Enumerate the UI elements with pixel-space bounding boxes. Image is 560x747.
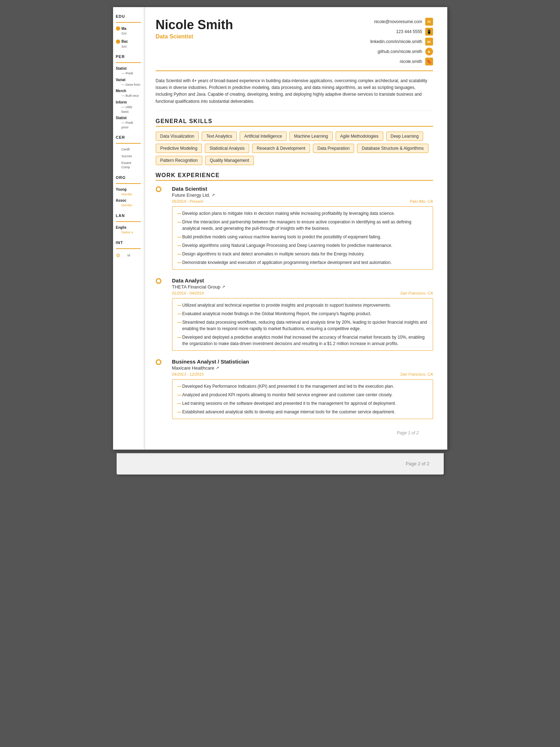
external-link-icon: ↗ <box>222 285 225 289</box>
page-2-number: Page 2 of 2 <box>406 461 430 466</box>
work-bullet: Design algorithms to track and detect an… <box>177 251 428 257</box>
external-link-icon: ↗ <box>212 193 215 197</box>
skill-tag: Quality Management <box>205 156 254 165</box>
sidebar-cert-1: Certifi <box>116 147 141 152</box>
page-number: Page 1 of 2 <box>156 427 433 439</box>
sidebar-int-section: INT ⚙ M <box>116 240 141 258</box>
work-bullet: Demonstrate knowledge and execution of a… <box>177 259 428 266</box>
per-divider <box>116 62 141 63</box>
work-bullet: Streamlined data processing workflows, r… <box>177 319 428 332</box>
skill-tag: Machine Learning <box>289 132 332 141</box>
work-bullets-box: Utilized analytical and technical expert… <box>172 298 433 351</box>
work-timeline-dot <box>156 278 161 284</box>
summary-text: Data Scientist with 4+ years of broad-ba… <box>156 78 433 111</box>
work-bullet: Drive the interaction and partnership be… <box>177 219 428 232</box>
work-item: Data AnalystTHETA Financial Group ↗01/20… <box>165 277 433 351</box>
skills-section: GENERAL SKILLS Data VisualizationText An… <box>156 118 433 165</box>
skill-tag: Agile Methodologies <box>336 132 383 141</box>
cert-label-2: Succes <box>116 154 141 159</box>
work-timeline-dot <box>156 359 161 365</box>
skill-tag: Research & Development <box>252 144 310 153</box>
work-bullet: Build predictive models using various ma… <box>177 234 428 240</box>
work-bullet: Evaluated analytical model findings in t… <box>177 311 428 317</box>
skill-tag: Database Structure & Algorithms <box>357 144 428 153</box>
work-timeline-dot <box>156 186 161 192</box>
skill-tag: Text Analytics <box>202 132 237 141</box>
sidebar-per-item-2: Variat — Deve from <box>116 78 141 87</box>
phone-icon: 📱 <box>425 28 433 36</box>
skill-tag: Deep Learning <box>386 132 423 141</box>
resume-page-1: EDU Ma SAI Bac SAI <box>113 7 447 450</box>
per-sub-1: — Predi <box>116 71 141 76</box>
sidebar-lang-1: Englis Native e <box>116 226 141 235</box>
per-label-4: Inform <box>116 100 141 104</box>
work-bullet: Develop action plans to mitigate risks i… <box>177 210 428 217</box>
work-dates: 04/2013 - 12/2015 <box>172 372 204 376</box>
skill-tag: Data Preparation <box>313 144 354 153</box>
per-label-5: Statist <box>116 116 141 120</box>
sidebar-cert-section: CER Certifi Succes Essent Comp <box>116 135 141 169</box>
contact-info: nicole@novoresume.com ✉ 123 444 5555 📱 l… <box>370 18 433 65</box>
sidebar: EDU Ma SAI Bac SAI <box>113 7 145 450</box>
work-dates-row: 04/2013 - 12/2015San Francisco, CA <box>172 372 433 376</box>
portfolio-row: nicole.smith 🔖 <box>400 58 433 65</box>
edu-divider <box>116 22 141 23</box>
edu-school-1: SAI <box>116 31 141 36</box>
work-bullets-box: Develop action plans to mitigate risks i… <box>172 206 433 270</box>
candidate-name: Nicole Smith <box>156 18 233 32</box>
edu-school-2: SAI <box>116 44 141 49</box>
per-sub-3: — Built reco <box>116 94 141 98</box>
lan-divider <box>116 221 141 222</box>
github-icon: ● <box>425 48 433 55</box>
work-item: Data ScientistFuture Energy Ltd. ↗05/201… <box>165 186 433 270</box>
sidebar-int-1: ⚙ M <box>116 253 141 258</box>
sidebar-per-item-4: Inform — Utiliz basic <box>116 100 141 114</box>
phone-row: 123 444 5555 📱 <box>396 28 433 36</box>
work-location: San Francisco, CA <box>400 372 433 376</box>
portfolio-icon: 🔖 <box>425 58 433 65</box>
skill-tag: Pattern Recognition <box>156 156 202 165</box>
email-row: nicole@novoresume.com ✉ <box>374 18 433 26</box>
portfolio-text: nicole.smith <box>400 59 422 64</box>
sidebar-edu-item-2: Bac SAI <box>116 39 141 49</box>
edu-degree-1: Ma <box>116 26 141 31</box>
sidebar-education-section: EDU Ma SAI Bac SAI <box>116 14 141 49</box>
work-bullet: Utilized analytical and technical expert… <box>177 302 428 308</box>
int-label-1: M <box>122 253 130 258</box>
sidebar-per-item-1: Statist — Predi <box>116 67 141 76</box>
edu-dot-1 <box>116 26 120 31</box>
sidebar-org-title: ORG <box>116 175 141 180</box>
work-dates-row: 01/2016 - 04/2019San Francisco, CA <box>172 291 433 295</box>
resume-header: Nicole Smith Data Scientist nicole@novor… <box>156 18 433 71</box>
sidebar-per-title: PER <box>116 54 141 59</box>
cert-label-1: Certifi <box>116 147 141 152</box>
header-left: Nicole Smith Data Scientist <box>156 18 233 40</box>
work-experience-section: WORK EXPERIENCE Data ScientistFuture Ene… <box>156 172 433 419</box>
external-link-icon: ↗ <box>216 366 219 370</box>
sidebar-personal-section: PER Statist — Predi Variat — Deve from M… <box>116 54 141 129</box>
email-icon: ✉ <box>425 18 433 26</box>
github-row: github.com/nicole.smith ● <box>378 48 433 55</box>
gear-icon: ⚙ <box>116 253 121 258</box>
work-location: Palo Alto, CA <box>410 199 433 203</box>
sidebar-cert-2: Succes <box>116 154 141 159</box>
sidebar-cert-3: Essent Comp <box>116 161 141 170</box>
work-item: Business Analyst / StatisticianMaxicare … <box>165 359 433 419</box>
cer-divider <box>116 143 141 144</box>
work-bullet: Established advanced analytical skills t… <box>177 409 428 415</box>
page-2-strip: Page 2 of 2 <box>117 453 444 475</box>
github-text: github.com/nicole.smith <box>378 49 422 54</box>
int-divider <box>116 248 141 249</box>
work-dates: 05/2019 - Present <box>172 199 203 203</box>
per-sub-5: — Predi provi <box>116 121 141 129</box>
main-content: Nicole Smith Data Scientist nicole@novor… <box>145 7 447 450</box>
sidebar-edu-item-1: Ma SAI <box>116 26 141 36</box>
org-label-2: Assoc <box>116 198 141 202</box>
candidate-title: Data Scientist <box>156 33 233 40</box>
per-label-3: Merch <box>116 89 141 93</box>
sidebar-lang-section: LAN Englis Native e <box>116 213 141 235</box>
skills-section-title: GENERAL SKILLS <box>156 118 433 127</box>
lang-label-1: Englis <box>116 226 141 229</box>
sidebar-int-title: INT <box>116 240 141 245</box>
phone-text: 123 444 5555 <box>396 29 422 34</box>
